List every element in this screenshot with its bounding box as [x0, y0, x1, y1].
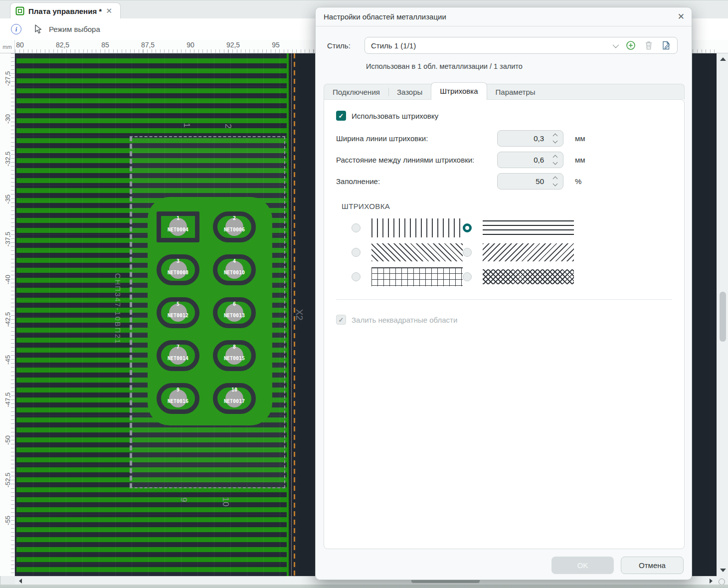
pattern-swatch-grid[interactable]: [371, 267, 463, 286]
style-dropdown[interactable]: Стиль 1 (1/1): [364, 37, 678, 54]
field-value: 0,3: [534, 134, 544, 143]
spinner-arrows-icon[interactable]: [553, 134, 557, 143]
vertical-ruler-ticks: [11, 53, 14, 576]
fill-nonsquare-label: Залить неквадратные области: [352, 316, 457, 324]
field-value: 50: [536, 177, 544, 186]
pattern-option-diagonal-back[interactable]: [463, 243, 586, 261]
ruler-tick-label: -52,5: [4, 469, 11, 491]
chevron-down-icon[interactable]: [613, 41, 619, 48]
tab-Штриховка[interactable]: Штриховка: [431, 82, 487, 100]
ruler-tick-label: 90: [186, 41, 194, 49]
tab-close-icon[interactable]: ✕: [103, 5, 115, 16]
cancel-button[interactable]: Отмена: [621, 557, 684, 574]
silkscreen-connector-ref: X2: [294, 309, 305, 320]
pattern-radio-cross-diamond[interactable]: [463, 272, 472, 281]
ok-button: OK: [551, 557, 614, 574]
field-label: Ширина линии штриховки:: [336, 134, 497, 143]
ruler-tick-label: 85: [101, 41, 109, 49]
pattern-swatch-diagonal-back[interactable]: [483, 243, 574, 261]
scroll-right-icon[interactable]: [710, 579, 713, 584]
metallization-settings-dialog: Настройки областей металлизации ✕ Стиль:…: [315, 7, 692, 580]
pattern-option-horizontal-lines[interactable]: [463, 218, 586, 237]
tab-Зазоры[interactable]: Зазоры: [388, 84, 431, 100]
spin-up-icon[interactable]: [553, 155, 558, 160]
pattern-radio-diagonal-forward[interactable]: [352, 248, 361, 257]
delete-style-icon[interactable]: [644, 40, 653, 50]
field-unit: %: [575, 177, 581, 186]
silkscreen-ref: 10: [220, 497, 230, 507]
ruler-unit-label: mm: [0, 40, 15, 53]
ruler-tick-label: -55: [4, 509, 11, 531]
pattern-option-cross-diamond[interactable]: [463, 267, 586, 286]
ruler-tick-label: 87,5: [141, 41, 155, 49]
field-spinbox[interactable]: 0,3: [497, 130, 563, 147]
dialog-tabbar: ПодключенияЗазорыШтриховкаПараметры: [324, 84, 685, 99]
dialog-close-icon[interactable]: ✕: [678, 11, 685, 22]
vertical-scroll-thumb[interactable]: [720, 292, 726, 342]
hatch-fields: Ширина линии штриховки:0,3ммРасстояние м…: [336, 128, 672, 192]
window-bottom-edge: [0, 585, 728, 588]
spin-up-icon[interactable]: [553, 134, 558, 139]
style-row: Стиль: Стиль 1 (1/1): [327, 37, 678, 54]
hatch-tab-panel: ✓ Использовать штриховку Ширина линии шт…: [324, 99, 685, 549]
silkscreen-ref: 9: [179, 497, 188, 502]
use-hatch-row[interactable]: ✓ Использовать штриховку: [336, 110, 672, 122]
tab-board-document[interactable]: Плата управления * ✕: [10, 2, 121, 19]
dialog-titlebar[interactable]: Настройки областей металлизации ✕: [316, 7, 692, 26]
ruler-tick-label: -45: [4, 349, 11, 371]
fill-nonsquare-checkbox: ✓: [336, 315, 346, 325]
ruler-tick-label: -42,5: [4, 309, 11, 331]
fill-nonsquare-row: ✓ Залить неквадратные области: [336, 314, 672, 326]
pattern-option-vertical-lines[interactable]: [352, 218, 463, 237]
pattern-radio-diagonal-back[interactable]: [463, 248, 472, 257]
info-icon[interactable]: i: [11, 24, 21, 34]
scroll-up-icon[interactable]: [720, 57, 726, 61]
ruler-tick-label: -37,5: [4, 228, 11, 250]
ruler-tick-label: -27,5: [4, 68, 11, 90]
field-value: 0,6: [534, 156, 544, 164]
spinner-arrows-icon[interactable]: [553, 177, 557, 186]
hatch-field-row: Расстояние между линиями штриховки:0,6мм: [336, 149, 672, 171]
pattern-radio-grid[interactable]: [352, 272, 361, 281]
field-unit: мм: [575, 156, 585, 164]
spinner-arrows-icon[interactable]: [553, 156, 557, 164]
pattern-swatch-diagonal-forward[interactable]: [371, 243, 463, 261]
select-cursor-icon[interactable]: [33, 24, 43, 34]
board-outline: [287, 53, 289, 576]
vertical-scrollbar[interactable]: [717, 53, 728, 576]
scroll-down-icon[interactable]: [720, 569, 726, 572]
silkscreen-ref: 1: [182, 123, 191, 127]
ruler-tick-label: 95: [272, 41, 280, 49]
ruler-tick-label: -50: [4, 429, 11, 451]
ruler-tick-label: 82,5: [56, 41, 69, 49]
hatch-field-row: Заполнение:50%: [336, 171, 672, 192]
edit-style-icon[interactable]: [662, 40, 671, 50]
pattern-swatch-cross-diamond[interactable]: [483, 269, 574, 284]
silkscreen-part-label: СНП347-10ВП21: [114, 273, 122, 345]
spin-up-icon[interactable]: [553, 177, 558, 182]
ruler-tick-label: 92,5: [226, 41, 240, 49]
pattern-option-grid[interactable]: [352, 267, 463, 286]
tab-Подключения[interactable]: Подключения: [324, 84, 388, 100]
field-spinbox[interactable]: 0,6: [497, 152, 563, 168]
spin-down-icon[interactable]: [553, 139, 558, 144]
add-style-icon[interactable]: [626, 40, 636, 50]
pattern-swatch-horizontal-lines[interactable]: [483, 220, 574, 235]
field-label: Заполнение:: [336, 177, 497, 186]
pattern-radio-vertical-lines[interactable]: [352, 223, 361, 232]
pattern-radio-horizontal-lines[interactable]: [463, 223, 472, 232]
pattern-option-diagonal-forward[interactable]: [352, 243, 463, 261]
scroll-left-icon[interactable]: [19, 579, 22, 584]
field-spinbox[interactable]: 50: [497, 173, 563, 190]
spin-down-icon[interactable]: [553, 182, 558, 187]
ruler-tick-label: -30: [4, 108, 11, 130]
style-label: Стиль:: [327, 41, 364, 50]
spin-down-icon[interactable]: [553, 160, 558, 165]
tab-Параметры[interactable]: Параметры: [487, 84, 544, 100]
tab-title: Плата управления *: [28, 7, 103, 15]
style-usage-text: Использован в 1 обл. металлизации / 1 за…: [366, 62, 523, 70]
selected-region-outline[interactable]: [130, 136, 285, 488]
pattern-swatch-vertical-lines[interactable]: [371, 218, 463, 237]
hatch-field-row: Ширина линии штриховки:0,3мм: [336, 128, 672, 149]
use-hatch-checkbox[interactable]: ✓: [336, 111, 346, 121]
